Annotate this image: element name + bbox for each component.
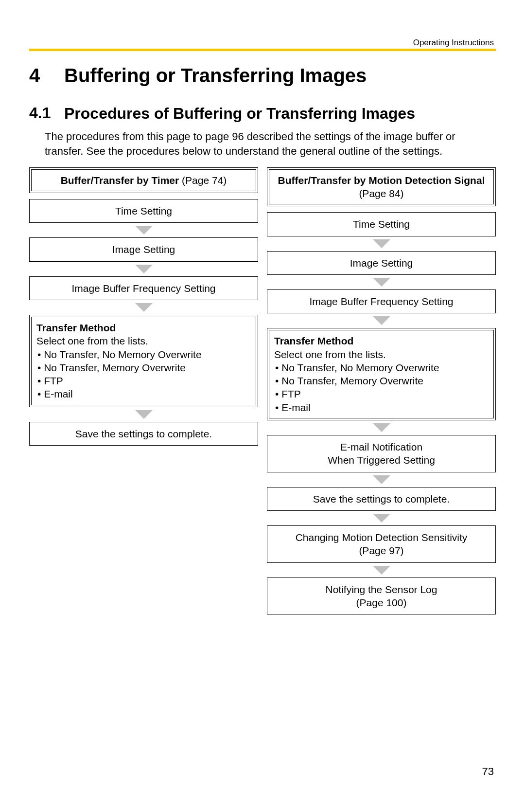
list-item: No Transfer, No Memory Overwrite: [37, 348, 251, 361]
transfer-method-sub: Select one from the lists.: [274, 349, 386, 360]
flow-head-timer-page: (Page 74): [179, 175, 227, 186]
transfer-method-list: No Transfer, No Memory Overwrite No Tran…: [274, 361, 489, 414]
header-label: Operating Instructions: [413, 38, 494, 48]
list-item: FTP: [275, 387, 489, 400]
header-rule: [29, 49, 496, 51]
list-item: E-mail: [275, 401, 489, 414]
list-item: FTP: [37, 374, 251, 387]
step-buffer-frequency: Image Buffer Frequency Setting: [29, 276, 258, 300]
step-transfer-method-motion: Transfer Method Select one from the list…: [267, 328, 496, 420]
step-save-settings: Save the settings to complete.: [29, 422, 258, 446]
flow-head-motion: Buffer/Transfer by Motion Detection Sign…: [267, 167, 496, 207]
chapter-number: 4: [29, 65, 64, 87]
transfer-method-list: No Transfer, No Memory Overwrite No Tran…: [36, 348, 251, 401]
flow-head-motion-bold: Buffer/Transfer by Motion Detection Sign…: [278, 175, 485, 186]
arrow-down-icon: [373, 278, 390, 287]
arrow-down-icon: [373, 514, 390, 523]
chapter-heading: 4 Buffering or Transferring Images: [29, 65, 496, 87]
flow-head-motion-page: (Page 84): [359, 188, 403, 199]
arrow-down-icon: [373, 423, 390, 432]
transfer-method-title: Transfer Method: [274, 335, 353, 346]
step-email-notification: E-mail Notification When Triggered Setti…: [267, 435, 496, 472]
step-time-setting: Time Setting: [267, 212, 496, 236]
step-change-sensitivity: Changing Motion Detection Sensitivity (P…: [267, 525, 496, 563]
section-number: 4.1: [29, 104, 64, 122]
arrow-down-icon: [135, 226, 153, 235]
step-image-setting: Image Setting: [267, 251, 496, 275]
step-transfer-method-timer: Transfer Method Select one from the list…: [29, 315, 258, 407]
step-buffer-frequency: Image Buffer Frequency Setting: [267, 289, 496, 313]
flow-col-timer: Buffer/Transfer by Timer (Page 74) Time …: [29, 167, 258, 614]
arrow-down-icon: [135, 303, 153, 312]
step-sensor-log: Notifying the Sensor Log (Page 100): [267, 577, 496, 615]
step-time-setting: Time Setting: [29, 199, 258, 223]
flow-columns: Buffer/Transfer by Timer (Page 74) Time …: [29, 167, 496, 614]
flow-head-timer-bold: Buffer/Transfer by Timer: [61, 175, 179, 186]
list-item: No Transfer, No Memory Overwrite: [275, 361, 489, 374]
arrow-down-icon: [135, 410, 153, 419]
chapter-title: Buffering or Transferring Images: [64, 65, 367, 87]
flow-col-motion: Buffer/Transfer by Motion Detection Sign…: [267, 167, 496, 614]
section-title: Procedures of Buffering or Transferring …: [64, 104, 415, 123]
list-item: E-mail: [37, 387, 251, 400]
transfer-method-sub: Select one from the lists.: [36, 335, 148, 346]
step-save-settings: Save the settings to complete.: [267, 487, 496, 511]
list-item: No Transfer, Memory Overwrite: [37, 361, 251, 374]
page-number: 73: [482, 765, 494, 778]
arrow-down-icon: [373, 316, 390, 325]
section-heading: 4.1 Procedures of Buffering or Transferr…: [29, 104, 496, 123]
arrow-down-icon: [373, 239, 390, 248]
arrow-down-icon: [135, 265, 153, 273]
arrow-down-icon: [373, 566, 390, 575]
arrow-down-icon: [373, 475, 390, 484]
list-item: No Transfer, Memory Overwrite: [275, 374, 489, 387]
step-image-setting: Image Setting: [29, 237, 258, 261]
flow-head-timer: Buffer/Transfer by Timer (Page 74): [29, 167, 258, 193]
intro-paragraph: The procedures from this page to page 96…: [45, 129, 496, 158]
transfer-method-title: Transfer Method: [36, 322, 116, 333]
